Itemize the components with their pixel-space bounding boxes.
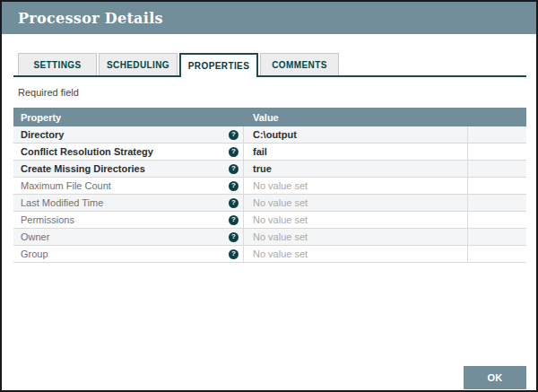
help-icon[interactable]: ? — [229, 198, 239, 208]
tab-comments-label: COMMENTS — [272, 60, 327, 70]
tab-scheduling[interactable]: SCHEDULING — [99, 53, 178, 75]
tab-properties-label: PROPERTIES — [188, 61, 249, 71]
property-name: Last Modified Time — [21, 197, 103, 208]
tab-properties[interactable]: PROPERTIES — [179, 53, 258, 77]
help-icon[interactable]: ? — [229, 130, 239, 140]
table-row: Conflict Resolution Strategy ? fail — [13, 144, 526, 161]
table-row: Maximum File Count ? No value set — [13, 178, 526, 195]
property-value: No value set — [253, 214, 308, 225]
property-value: No value set — [253, 248, 308, 259]
properties-table: Property Value Directory ? C:\output Con… — [13, 108, 526, 263]
table-row: Group ? No value set — [13, 246, 526, 263]
dialog-title: Processor Details — [18, 10, 163, 27]
table-row: Permissions ? No value set — [13, 212, 526, 229]
property-name: Owner — [21, 231, 49, 242]
help-icon[interactable]: ? — [229, 164, 239, 174]
property-value: No value set — [253, 180, 308, 191]
property-value: C:\output — [253, 129, 297, 140]
column-header-property: Property — [13, 112, 244, 123]
column-header-value: Value — [244, 112, 468, 123]
table-row: Owner ? No value set — [13, 229, 526, 246]
property-value: No value set — [253, 231, 308, 242]
processor-details-dialog: Processor Details SETTINGS SCHEDULING PR… — [0, 0, 538, 392]
table-row: Directory ? C:\output — [13, 126, 526, 144]
table-header-row: Property Value — [13, 108, 526, 126]
tab-settings-label: SETTINGS — [33, 60, 81, 70]
property-value: true — [253, 163, 272, 174]
table-row: Last Modified Time ? No value set — [13, 195, 526, 212]
help-icon[interactable]: ? — [229, 249, 239, 259]
property-name: Maximum File Count — [21, 180, 111, 191]
property-value: No value set — [253, 197, 308, 208]
help-icon[interactable]: ? — [229, 232, 239, 242]
property-name: Permissions — [21, 214, 74, 225]
help-icon[interactable]: ? — [229, 215, 239, 225]
tab-comments[interactable]: COMMENTS — [260, 53, 339, 75]
property-name: Create Missing Directories — [21, 163, 145, 174]
ok-button[interactable]: OK — [464, 366, 526, 389]
table-row: Create Missing Directories ? true — [13, 161, 526, 178]
property-name: Directory — [21, 129, 64, 140]
dialog-titlebar: Processor Details — [2, 2, 536, 34]
tab-settings[interactable]: SETTINGS — [18, 53, 97, 75]
property-name: Conflict Resolution Strategy — [21, 146, 153, 157]
required-field-note: Required field — [18, 87, 79, 98]
property-name: Group — [21, 248, 48, 259]
tab-strip: SETTINGS SCHEDULING PROPERTIES COMMENTS — [13, 53, 526, 77]
tab-scheduling-label: SCHEDULING — [107, 60, 169, 70]
help-icon[interactable]: ? — [229, 181, 239, 191]
help-icon[interactable]: ? — [229, 147, 239, 157]
property-value: fail — [253, 146, 267, 157]
